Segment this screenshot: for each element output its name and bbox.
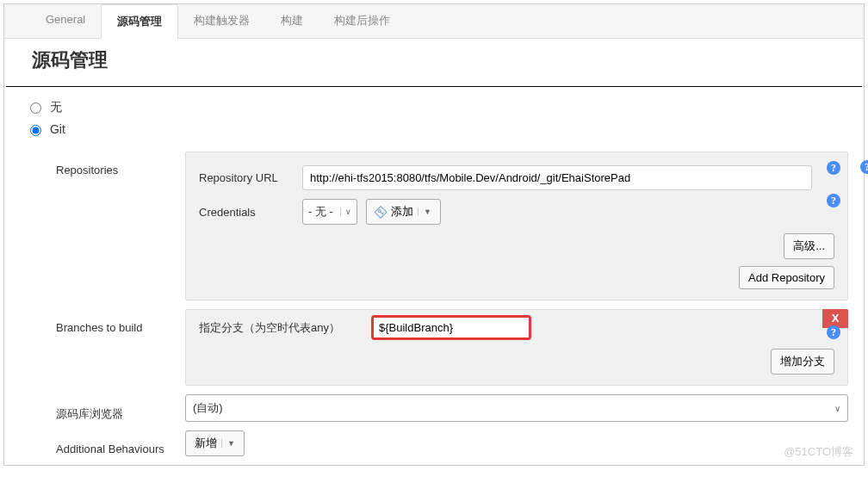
radio-git-input[interactable] xyxy=(30,125,41,136)
tab-general[interactable]: General xyxy=(30,4,101,38)
radio-git-label: Git xyxy=(50,122,65,136)
chevron-down-icon: ▼ xyxy=(221,439,235,448)
branch-specifier-label: 指定分支（为空时代表any） xyxy=(199,320,371,336)
repositories-box: ? ? Repository URL Credentials - 无 - ∨ xyxy=(185,152,848,300)
repo-browser-value: (自动) xyxy=(193,400,223,416)
help-icon[interactable]: ? xyxy=(827,325,840,339)
scm-radio-group: 无 Git xyxy=(4,87,864,152)
repo-url-label: Repository URL xyxy=(199,171,302,184)
config-tabs: General 源码管理 构建触发器 构建 构建后操作 xyxy=(4,4,864,39)
chevron-down-icon: ▼ xyxy=(418,207,431,216)
tab-scm[interactable]: 源码管理 xyxy=(101,4,178,39)
credentials-value: - 无 - xyxy=(308,204,333,220)
add-credentials-button[interactable]: ⚿ 添加 ▼ xyxy=(366,199,441,225)
tab-build[interactable]: 构建 xyxy=(265,4,319,38)
scm-radio-none[interactable]: 无 xyxy=(30,100,62,114)
credentials-select[interactable]: - 无 - ∨ xyxy=(302,199,357,225)
chevron-down-icon: ∨ xyxy=(834,404,840,413)
branch-specifier-input[interactable] xyxy=(371,315,531,340)
add-behaviour-button[interactable]: 新增 ▼ xyxy=(185,430,245,456)
repo-browser-select[interactable]: (自动) ∨ xyxy=(185,394,848,422)
repo-browser-label: 源码库浏览器 xyxy=(56,394,185,422)
add-behaviour-label: 新增 xyxy=(195,436,217,451)
repositories-label: Repositories xyxy=(56,152,185,176)
radio-none-label: 无 xyxy=(50,100,62,114)
radio-none-input[interactable] xyxy=(30,102,41,114)
chevron-down-icon: ∨ xyxy=(340,207,351,216)
add-branch-button[interactable]: 增加分支 xyxy=(771,349,834,374)
credentials-label: Credentials xyxy=(199,206,302,219)
add-repository-button[interactable]: Add Repository xyxy=(739,266,834,289)
branches-label: Branches to build xyxy=(56,309,185,334)
repo-url-input[interactable] xyxy=(302,165,812,190)
advanced-button[interactable]: 高级... xyxy=(784,233,834,259)
tab-postbuild[interactable]: 构建后操作 xyxy=(319,4,406,38)
section-title: 源码管理 xyxy=(6,39,862,87)
add-credentials-label: 添加 xyxy=(391,204,413,220)
tab-triggers[interactable]: 构建触发器 xyxy=(178,4,265,38)
key-icon: ⚿ xyxy=(372,203,389,220)
help-icon[interactable]: ? xyxy=(860,160,868,174)
help-icon[interactable]: ? xyxy=(827,194,840,207)
behaviours-label: Additional Behaviours xyxy=(56,430,185,455)
help-icon[interactable]: ? xyxy=(827,161,840,175)
scm-radio-git[interactable]: Git xyxy=(30,122,65,136)
branches-box: X ? 指定分支（为空时代表any） 增加分支 xyxy=(185,309,848,386)
